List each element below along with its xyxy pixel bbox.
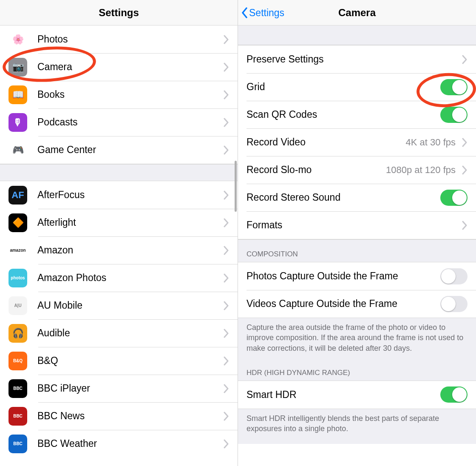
- toggle-knob: [452, 387, 467, 402]
- app-icon: BBC: [8, 407, 27, 426]
- app-icon: BBC: [8, 435, 27, 453]
- row-label: Formats: [246, 219, 282, 231]
- settings-row-books[interactable]: 📖 Books: [0, 81, 238, 108]
- scrollbar-thumb[interactable]: [235, 161, 237, 212]
- camera-row-preserve-settings[interactable]: Preserve Settings: [238, 45, 476, 73]
- camera-row-scan-qr-codes[interactable]: Scan QR Codes: [238, 101, 476, 128]
- chevron-right-icon: [223, 384, 229, 393]
- settings-row-podcasts[interactable]: 🎙 Podcasts: [0, 108, 238, 136]
- toggle-knob: [441, 297, 456, 311]
- settings-row-au-mobile[interactable]: A|U AU Mobile: [0, 292, 238, 319]
- settings-row-afterfocus[interactable]: AF AfterFocus: [0, 181, 238, 209]
- composition-header: COMPOSITION: [238, 239, 476, 262]
- back-label: Settings: [249, 7, 284, 19]
- row-label: Scan QR Codes: [246, 109, 317, 120]
- row-label: Amazon Photos: [37, 272, 106, 284]
- app-icon: 📖: [8, 85, 27, 104]
- row-label: Smart HDR: [246, 389, 297, 401]
- row-label: Game Center: [37, 144, 96, 156]
- camera-row-record-video[interactable]: Record Video 4K at 30 fps: [238, 128, 476, 156]
- hdr-footer: Smart HDR intelligently blends the best …: [238, 409, 476, 444]
- camera-row-smart-hdr[interactable]: Smart HDR: [238, 381, 476, 409]
- app-icon: 📷: [8, 58, 27, 77]
- settings-title: Settings: [99, 7, 139, 19]
- row-label: Record Stereo Sound: [246, 192, 340, 203]
- settings-row-game-center[interactable]: 🎮 Game Center: [0, 136, 238, 164]
- section-gap: [238, 26, 476, 45]
- section-gap: [0, 164, 238, 181]
- settings-row-bbc-news[interactable]: BBC BBC News: [0, 402, 238, 430]
- row-label: Audible: [37, 327, 70, 339]
- row-detail: 4K at 30 fps: [406, 137, 458, 148]
- camera-pane: Settings Camera Preserve Settings Grid S…: [238, 0, 476, 466]
- chevron-right-icon: [223, 439, 229, 449]
- row-label: BBC News: [37, 410, 85, 422]
- toggle-knob: [441, 269, 456, 284]
- chevron-right-icon: [223, 356, 229, 366]
- settings-row-amazon[interactable]: amazon Amazon: [0, 236, 238, 264]
- settings-row-afterlight[interactable]: 🔶 Afterlight: [0, 209, 238, 236]
- row-label: Grid: [246, 81, 265, 93]
- back-button[interactable]: Settings: [241, 0, 284, 26]
- camera-navbar: Settings Camera: [238, 0, 476, 26]
- toggle-photos-capture-outside-the-frame[interactable]: [440, 268, 468, 284]
- app-icon: 🎙: [8, 113, 27, 132]
- settings-row-amazon-photos[interactable]: photos Amazon Photos: [0, 264, 238, 292]
- camera-row-photos-capture-outside-the-frame[interactable]: Photos Capture Outside the Frame: [238, 262, 476, 290]
- app-icon: 🎮: [8, 141, 27, 159]
- camera-row-record-stereo-sound[interactable]: Record Stereo Sound: [238, 184, 476, 211]
- row-label: Record Video: [246, 136, 306, 148]
- app-icon: amazon: [8, 241, 27, 260]
- chevron-right-icon: [223, 246, 229, 255]
- app-icon: B&Q: [8, 352, 27, 370]
- chevron-right-icon: [223, 145, 229, 155]
- toggle-grid[interactable]: [440, 79, 468, 95]
- row-label: Camera: [37, 61, 72, 73]
- chevron-right-icon: [462, 221, 468, 230]
- toggle-videos-capture-outside-the-frame[interactable]: [440, 296, 468, 312]
- settings-row-camera[interactable]: 📷 Camera: [0, 53, 238, 81]
- app-icon: 🔶: [8, 213, 27, 232]
- chevron-right-icon: [462, 138, 468, 147]
- chevron-right-icon: [223, 35, 229, 44]
- row-label: Amazon: [37, 244, 73, 256]
- chevron-right-icon: [223, 190, 229, 200]
- settings-pane: Settings 🌸 Photos 📷 Camera 📖 Books 🎙 Pod…: [0, 0, 238, 466]
- row-label: B&Q: [37, 355, 58, 367]
- chevron-right-icon: [223, 301, 229, 310]
- row-label: Photos Capture Outside the Frame: [246, 270, 398, 282]
- settings-row-bbc-iplayer[interactable]: BBC BBC iPlayer: [0, 375, 238, 402]
- settings-row-audible[interactable]: 🎧 Audible: [0, 319, 238, 347]
- chevron-right-icon: [223, 218, 229, 227]
- chevron-right-icon: [223, 63, 229, 72]
- row-label: BBC iPlayer: [37, 383, 90, 394]
- camera-row-videos-capture-outside-the-frame[interactable]: Videos Capture Outside the Frame: [238, 290, 476, 318]
- settings-row-b-q[interactable]: B&Q B&Q: [0, 347, 238, 375]
- composition-footer: Capture the area outside the frame of th…: [238, 318, 476, 364]
- row-label: AfterFocus: [37, 189, 85, 201]
- settings-row-bbc-weather[interactable]: BBC BBC Weather: [0, 430, 238, 457]
- row-label: Photos: [37, 34, 68, 45]
- chevron-right-icon: [223, 118, 229, 127]
- row-label: Books: [37, 89, 65, 100]
- chevron-right-icon: [223, 412, 229, 421]
- chevron-right-icon: [462, 165, 468, 175]
- camera-row-formats[interactable]: Formats: [238, 211, 476, 239]
- settings-row-photos[interactable]: 🌸 Photos: [0, 26, 238, 53]
- camera-row-grid[interactable]: Grid: [238, 73, 476, 101]
- app-icon: A|U: [8, 296, 27, 315]
- camera-row-record-slo-mo[interactable]: Record Slo-mo 1080p at 120 fps: [238, 156, 476, 184]
- app-icon: photos: [8, 269, 27, 287]
- app-icon: BBC: [8, 379, 27, 398]
- toggle-smart-hdr[interactable]: [440, 386, 468, 403]
- app-icon: AF: [8, 186, 27, 205]
- toggle-scan-qr-codes[interactable]: [440, 107, 468, 123]
- toggle-record-stereo-sound[interactable]: [440, 190, 468, 206]
- row-label: Videos Capture Outside the Frame: [246, 298, 397, 310]
- app-icon: 🎧: [8, 324, 27, 343]
- chevron-right-icon: [223, 273, 229, 283]
- toggle-knob: [452, 108, 467, 122]
- chevron-left-icon: [241, 7, 248, 18]
- chevron-right-icon: [223, 329, 229, 338]
- row-detail: 1080p at 120 fps: [386, 165, 458, 176]
